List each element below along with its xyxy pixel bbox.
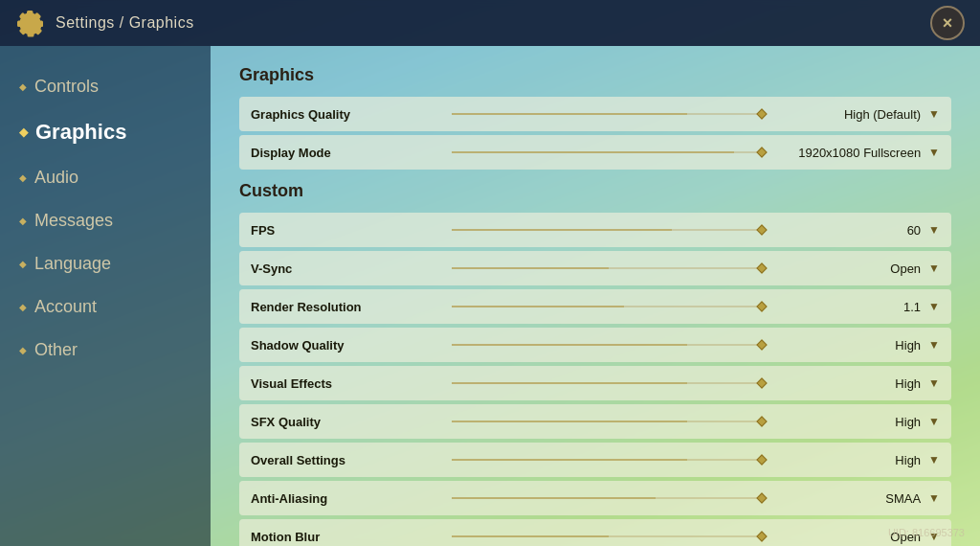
sidebar-label-other: Other (34, 340, 78, 360)
sidebar-item-language[interactable]: ◆ Language (0, 242, 211, 285)
setting-row-shadow-quality: Shadow Quality High ▼ (239, 328, 951, 362)
arrow-visual-effects[interactable]: ▼ (928, 376, 940, 390)
arrow-graphics-quality[interactable]: ▼ (928, 107, 940, 121)
bullet-audio: ◆ (19, 172, 27, 183)
sidebar-item-controls[interactable]: ◆ Controls (0, 65, 211, 108)
value-render-resolution: 1.1 (775, 300, 928, 314)
bullet-account: ◆ (19, 302, 27, 312)
graphics-section-title: Graphics (239, 65, 951, 85)
uid-label: UID: 816695373 (888, 527, 965, 538)
setting-row-overall-settings: Overall Settings High ▼ (239, 443, 951, 477)
label-anti-aliasing: Anti-Aliasing (251, 491, 442, 506)
sidebar-label-controls: Controls (34, 77, 99, 97)
label-render-resolution: Render Resolution (251, 300, 442, 314)
bullet-graphics: ◆ (19, 125, 28, 139)
arrow-display-mode[interactable]: ▼ (928, 146, 940, 159)
setting-row-motion-blur: Motion Blur Open ▼ (239, 519, 951, 546)
right-panel: Graphics Graphics Quality High (Default)… (211, 46, 980, 546)
value-fps: 60 (775, 223, 928, 238)
slider-render-resolution[interactable] (452, 306, 766, 307)
value-overall-settings: High (775, 453, 928, 467)
sidebar-item-graphics[interactable]: ◆ Graphics (0, 108, 211, 156)
setting-row-graphics-quality: Graphics Quality High (Default) ▼ (239, 97, 951, 131)
sidebar-item-messages[interactable]: ◆ Messages (0, 199, 211, 242)
bullet-controls: ◆ (19, 81, 27, 92)
slider-vsync[interactable] (452, 267, 766, 269)
bullet-messages: ◆ (19, 216, 27, 226)
custom-section-title: Custom (239, 181, 951, 201)
slider-shadow-quality[interactable] (452, 344, 766, 346)
slider-visual-effects[interactable] (452, 382, 766, 384)
bullet-language: ◆ (19, 259, 27, 269)
setting-row-anti-aliasing: Anti-Aliasing SMAA ▼ (239, 481, 951, 515)
slider-overall-settings[interactable] (452, 459, 766, 461)
arrow-sfx-quality[interactable]: ▼ (928, 415, 940, 428)
label-visual-effects: Visual Effects (251, 376, 442, 391)
arrow-fps[interactable]: ▼ (928, 223, 940, 237)
slider-anti-aliasing[interactable] (452, 497, 766, 499)
arrow-overall-settings[interactable]: ▼ (928, 453, 940, 466)
arrow-render-resolution[interactable]: ▼ (928, 300, 940, 313)
sidebar-label-account: Account (34, 297, 97, 317)
label-vsync: V-Sync (251, 262, 442, 276)
label-graphics-quality: Graphics Quality (251, 107, 442, 122)
value-shadow-quality: High (775, 338, 928, 353)
value-display-mode: 1920x1080 Fullscreen (775, 146, 928, 160)
slider-motion-blur[interactable] (452, 535, 766, 537)
setting-row-vsync: V-Sync Open ▼ (239, 251, 951, 285)
title-bar: Settings / Graphics × (0, 0, 980, 46)
label-shadow-quality: Shadow Quality (251, 338, 442, 353)
close-button[interactable]: × (930, 6, 965, 40)
value-vsync: Open (775, 262, 928, 276)
setting-row-sfx-quality: SFX Quality High ▼ (239, 404, 951, 439)
gear-icon (15, 8, 46, 38)
value-visual-effects: High (775, 376, 928, 391)
label-sfx-quality: SFX Quality (251, 415, 442, 429)
value-anti-aliasing: SMAA (775, 491, 928, 506)
sidebar: ◆ Controls ◆ Graphics ◆ Audio ◆ Messages… (0, 46, 211, 546)
label-overall-settings: Overall Settings (251, 453, 442, 467)
setting-row-fps: FPS 60 ▼ (239, 213, 951, 247)
main-content: ◆ Controls ◆ Graphics ◆ Audio ◆ Messages… (0, 46, 980, 546)
arrow-vsync[interactable]: ▼ (928, 262, 940, 275)
arrow-anti-aliasing[interactable]: ▼ (928, 491, 940, 505)
bullet-other: ◆ (19, 345, 27, 355)
slider-fps[interactable] (452, 229, 766, 231)
sidebar-item-audio[interactable]: ◆ Audio (0, 156, 211, 199)
value-graphics-quality: High (Default) (775, 107, 928, 122)
sidebar-item-other[interactable]: ◆ Other (0, 329, 211, 372)
label-fps: FPS (251, 223, 442, 238)
sidebar-label-graphics: Graphics (35, 120, 126, 145)
label-motion-blur: Motion Blur (251, 530, 442, 544)
sidebar-label-audio: Audio (34, 168, 78, 188)
breadcrumb: Settings / Graphics (56, 14, 194, 32)
setting-row-visual-effects: Visual Effects High ▼ (239, 366, 951, 400)
sidebar-label-messages: Messages (34, 211, 113, 231)
title-left: Settings / Graphics (15, 8, 194, 38)
setting-row-render-resolution: Render Resolution 1.1 ▼ (239, 289, 951, 324)
sidebar-item-account[interactable]: ◆ Account (0, 285, 211, 329)
value-sfx-quality: High (775, 415, 928, 429)
slider-sfx-quality[interactable] (452, 421, 766, 422)
arrow-shadow-quality[interactable]: ▼ (928, 338, 940, 352)
sidebar-label-language: Language (34, 254, 111, 274)
slider-display-mode[interactable] (452, 151, 766, 153)
setting-row-display-mode: Display Mode 1920x1080 Fullscreen ▼ (239, 135, 951, 170)
slider-graphics-quality[interactable] (452, 113, 766, 115)
label-display-mode: Display Mode (251, 146, 442, 160)
